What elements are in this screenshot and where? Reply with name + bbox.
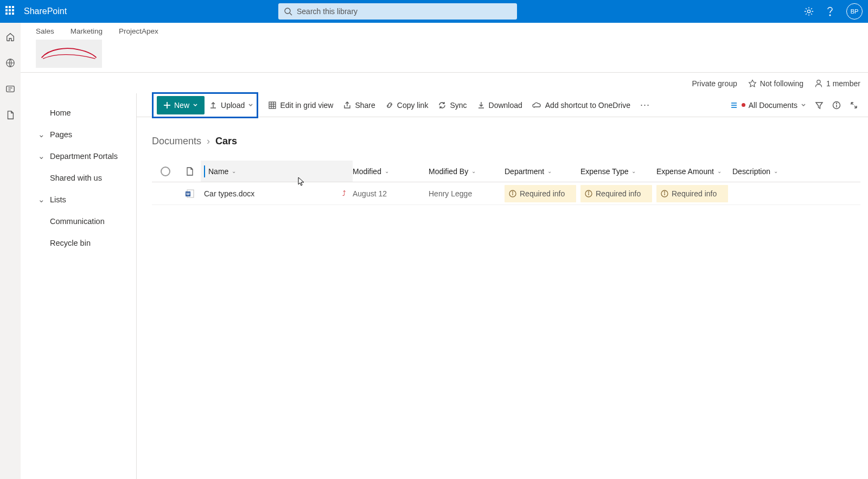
- search-box[interactable]: [278, 3, 517, 20]
- download-icon: [477, 101, 486, 110]
- info-icon: [661, 190, 668, 197]
- share-button[interactable]: Share: [343, 101, 375, 110]
- command-bar: New Upload Edit in grid view Share Copy …: [137, 93, 868, 117]
- sync-button[interactable]: Sync: [438, 101, 467, 110]
- select-all-checkbox[interactable]: [161, 167, 170, 176]
- svg-rect-11: [269, 102, 276, 108]
- svg-point-3: [829, 15, 831, 16]
- attention-dot-icon: [742, 103, 745, 107]
- follow-toggle[interactable]: Not following: [748, 79, 803, 88]
- site-nav: Home ⌄Pages ⌄Department Portals Shared w…: [21, 93, 137, 479]
- new-button[interactable]: New: [157, 96, 205, 114]
- hub-tab-projectapex[interactable]: ProjectApex: [119, 27, 158, 35]
- members-button[interactable]: 1 member: [814, 79, 860, 88]
- info-button[interactable]: [832, 101, 841, 110]
- home-icon[interactable]: [5, 31, 16, 42]
- star-icon: [748, 79, 757, 88]
- chevron-down-icon: ⌄: [547, 168, 552, 174]
- required-info-pill[interactable]: Required info: [656, 185, 728, 202]
- svg-text:W: W: [186, 192, 190, 196]
- col-header-description[interactable]: Description⌄: [732, 167, 797, 176]
- nav-recycle-bin[interactable]: Recycle bin: [21, 232, 136, 254]
- chevron-down-icon: ⌄: [631, 168, 636, 174]
- svg-rect-5: [7, 86, 14, 92]
- col-header-modified[interactable]: Modified⌄: [353, 167, 429, 176]
- word-doc-icon: W: [185, 189, 195, 199]
- person-icon: [814, 79, 823, 88]
- expand-button[interactable]: [850, 101, 858, 110]
- modified-by-name[interactable]: Henry Legge: [429, 189, 472, 198]
- sync-icon: [438, 101, 446, 110]
- help-icon[interactable]: [826, 7, 834, 16]
- search-input[interactable]: [297, 7, 512, 16]
- table-row[interactable]: W Car types.docx⤴ August 12 Henry Legge …: [152, 182, 860, 205]
- edit-grid-button[interactable]: Edit in grid view: [268, 101, 333, 110]
- required-info-pill[interactable]: Required info: [505, 185, 576, 202]
- user-avatar[interactable]: BP: [846, 3, 863, 20]
- modified-date: August 12: [353, 189, 387, 198]
- follow-label: Not following: [760, 79, 803, 88]
- news-icon[interactable]: [5, 84, 16, 94]
- file-name[interactable]: Car types.docx: [204, 189, 254, 198]
- chevron-down-icon: ⌄: [774, 168, 778, 174]
- breadcrumb: Documents › Cars: [152, 136, 237, 147]
- chevron-down-icon: [248, 103, 253, 108]
- chevron-down-icon: ⌄: [38, 130, 46, 139]
- tutorial-highlight: New Upload: [152, 92, 258, 118]
- privacy-label: Private group: [692, 79, 737, 88]
- settings-icon[interactable]: [804, 7, 814, 16]
- chevron-down-icon: [801, 103, 806, 108]
- table-header-row: Name⌄ Modified⌄ Modified By⌄ Department⌄…: [152, 161, 860, 182]
- col-header-expense-amount[interactable]: Expense Amount⌄: [656, 167, 732, 176]
- col-header-department[interactable]: Department⌄: [505, 167, 580, 176]
- chevron-down-icon: ⌄: [232, 168, 236, 174]
- svg-point-33: [665, 191, 665, 192]
- col-header-modified-by[interactable]: Modified By⌄: [429, 167, 505, 176]
- plus-icon: [163, 101, 171, 109]
- expand-icon: [850, 101, 858, 110]
- site-logo[interactable]: [36, 40, 102, 68]
- hub-tab-marketing[interactable]: Marketing: [71, 27, 103, 35]
- list-icon: [730, 101, 738, 110]
- suite-bar: SharePoint BP: [0, 0, 868, 23]
- breadcrumb-root[interactable]: Documents: [152, 136, 201, 147]
- chevron-right-icon: ›: [207, 136, 210, 147]
- globe-icon[interactable]: [5, 58, 16, 68]
- shared-indicator-icon: ⤴: [342, 189, 346, 197]
- nav-pages[interactable]: ⌄Pages: [21, 124, 136, 145]
- chevron-down-icon: ⌄: [385, 168, 389, 174]
- svg-point-0: [285, 8, 290, 14]
- copy-link-button[interactable]: Copy link: [385, 101, 429, 110]
- svg-line-1: [290, 13, 292, 15]
- view-switcher[interactable]: All Documents: [730, 101, 806, 110]
- col-header-name[interactable]: Name⌄: [201, 161, 353, 182]
- hub-tabs: Sales Marketing ProjectApex: [36, 23, 868, 35]
- col-header-expense-type[interactable]: Expense Type⌄: [580, 167, 656, 176]
- chevron-down-icon: [193, 103, 198, 108]
- brand-label[interactable]: SharePoint: [24, 7, 67, 16]
- app-launcher-icon[interactable]: [5, 6, 16, 17]
- svg-point-8: [817, 80, 820, 84]
- chevron-down-icon: ⌄: [38, 152, 46, 161]
- download-button[interactable]: Download: [477, 101, 522, 110]
- add-shortcut-button[interactable]: Add shortcut to OneDrive: [532, 101, 630, 110]
- nav-department-portals[interactable]: ⌄Department Portals: [21, 145, 136, 167]
- files-icon[interactable]: [5, 110, 16, 120]
- filter-icon: [815, 101, 824, 110]
- hub-tab-sales[interactable]: Sales: [36, 27, 54, 35]
- link-icon: [385, 101, 394, 110]
- grid-icon: [268, 101, 277, 110]
- upload-icon: [209, 101, 218, 110]
- chevron-down-icon: ⌄: [38, 195, 46, 204]
- filter-button[interactable]: [815, 101, 824, 110]
- svg-point-2: [807, 10, 810, 12]
- upload-button[interactable]: Upload: [209, 101, 253, 110]
- info-icon: [832, 101, 841, 110]
- required-info-pill[interactable]: Required info: [580, 185, 652, 202]
- svg-point-30: [589, 191, 589, 192]
- nav-home[interactable]: Home: [21, 102, 136, 124]
- nav-communication[interactable]: Communication: [21, 210, 136, 232]
- nav-shared-with-us[interactable]: Shared with us: [21, 167, 136, 189]
- more-commands-button[interactable]: ···: [640, 99, 650, 111]
- nav-lists[interactable]: ⌄Lists: [21, 189, 136, 210]
